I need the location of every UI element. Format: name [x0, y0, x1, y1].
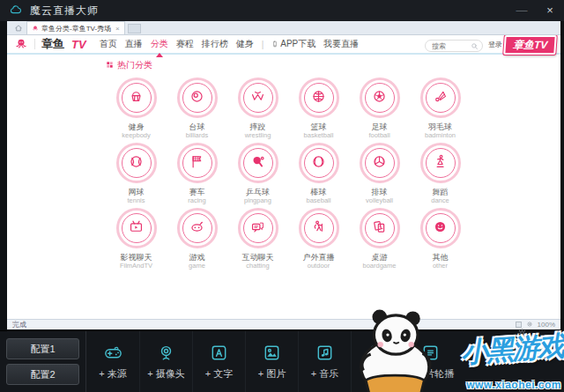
section-header: 热门分类 [106, 59, 560, 71]
nav-item-label: 首页 [100, 38, 117, 50]
nav-item[interactable]: 首页 [100, 38, 117, 50]
category-item[interactable]: 摔跤 wrestling [238, 78, 278, 139]
category-name: 健身 [129, 122, 145, 131]
category-item[interactable]: 赛车 racing [177, 143, 218, 204]
nav-item[interactable]: 直播 [125, 38, 143, 50]
category-item[interactable]: 排球 volleyball [360, 143, 400, 204]
pingpong-paddle-icon [249, 153, 266, 174]
tool-button[interactable]: + 摄像头 [139, 331, 192, 392]
nav-item[interactable]: 健身 [236, 38, 254, 50]
tool-button[interactable]: + 图片轮播 [404, 331, 456, 392]
cupcake-icon [128, 88, 145, 108]
site-logo-tv[interactable]: TV [71, 38, 86, 51]
config-button[interactable]: 配置1 [6, 338, 79, 359]
category-name: 羽毛球 [428, 122, 452, 131]
home-button[interactable] [11, 22, 26, 34]
tool-button[interactable]: + 文字 [192, 331, 245, 392]
tool-button[interactable]: + 窗口 [351, 331, 404, 392]
category-item[interactable]: 舞蹈 dance [420, 143, 461, 204]
section-title: 热门分类 [117, 59, 152, 71]
octopus-tv-badge: 章鱼TV [503, 35, 557, 55]
nav-item[interactable]: 排行榜 [202, 38, 228, 50]
football-icon [371, 88, 388, 108]
browser-tabbar: 章鱼分类-章鱼TV-秀场 × [7, 21, 560, 35]
search-icon[interactable] [471, 38, 479, 54]
status-text: 完成 [12, 320, 26, 329]
category-ring [299, 78, 339, 118]
category-ring [238, 208, 278, 248]
config-panel: 配置1 配置2 [0, 331, 86, 392]
nav-item[interactable]: | [262, 40, 264, 49]
search-box [425, 36, 483, 53]
category-ring [420, 78, 461, 118]
webcam-icon [156, 343, 176, 363]
category-item[interactable]: 桌游 boardgame [360, 208, 400, 270]
category-item[interactable]: 影视聊天 FilmAndTV [116, 208, 157, 270]
category-item[interactable]: 其他 other [420, 208, 461, 270]
category-name: 台球 [189, 122, 205, 131]
minimize-button[interactable]: — [508, 0, 536, 21]
nav-item-label: 分类 [151, 38, 168, 50]
zoom-level[interactable]: 100% [538, 321, 555, 329]
category-item[interactable]: 游戏 game [177, 208, 218, 270]
category-item[interactable]: 台球 billiards [177, 78, 218, 139]
tab-close-icon[interactable]: × [114, 25, 120, 33]
config-button[interactable]: 配置2 [6, 364, 79, 385]
octopus-favicon-icon [32, 25, 39, 32]
browser-statusbar: 完成 100% [7, 319, 560, 329]
site-header: 章鱼 TV 首页 直播 分类 赛程 [7, 35, 560, 55]
category-item[interactable]: 乒乓球 pingpang [238, 143, 278, 204]
category-name-en: volleyball [366, 197, 393, 204]
category-name-en: badminton [425, 132, 456, 139]
tab-title: 章鱼分类-章鱼TV-秀场 [41, 24, 111, 33]
category-item[interactable]: 户外直播 outdoor [299, 208, 339, 270]
category-name: 桌游 [372, 253, 388, 262]
category-name: 篮球 [311, 122, 327, 131]
category-ring [299, 208, 339, 248]
browser-tab[interactable]: 章鱼分类-章鱼TV-秀场 × [26, 21, 125, 34]
chat-bubbles-icon [249, 218, 266, 239]
nav-item[interactable]: 赛程 [176, 38, 194, 50]
category-ring [360, 143, 400, 183]
tool-button[interactable]: + 音乐 [298, 331, 351, 392]
nav-item[interactable]: 我要直播 [323, 38, 359, 50]
nav-item-label: 我要直播 [323, 38, 359, 50]
category-name-en: racing [188, 197, 205, 204]
category-ring [420, 143, 461, 183]
category-item[interactable]: 羽毛球 badminton [420, 78, 461, 139]
phone-icon [271, 40, 278, 49]
category-name-en: billiards [186, 132, 208, 139]
category-name: 舞蹈 [433, 188, 449, 196]
nav-item[interactable]: APP下载 [271, 38, 315, 50]
titlebar: 魔云直播大师 — × [0, 0, 564, 21]
category-name-en: dance [431, 197, 449, 204]
close-button[interactable]: × [536, 0, 564, 21]
gamepad-icon [103, 343, 123, 363]
tennis-icon [128, 153, 145, 174]
category-ring [116, 78, 157, 118]
category-name-en: chatting [246, 263, 269, 270]
tool-button[interactable]: + 图片 [245, 331, 298, 392]
category-item[interactable]: 棒球 baseball [299, 143, 339, 204]
wrestling-w-icon [249, 88, 266, 108]
site-logo-text[interactable]: 章鱼 [41, 36, 64, 52]
category-item[interactable]: 网球 tennis [116, 143, 157, 204]
nav-item[interactable]: 分类 [151, 38, 168, 50]
tool-button[interactable]: + 来源 [86, 331, 139, 392]
category-name: 赛车 [189, 188, 205, 196]
category-item[interactable]: 篮球 basketball [299, 78, 339, 139]
category-item[interactable]: 健身 keepbody [116, 78, 157, 139]
window-icon [367, 343, 388, 363]
category-grid: 健身 keepbody 台球 billiards [106, 78, 560, 270]
login-link[interactable]: 登录 [488, 40, 502, 49]
category-item[interactable]: 足球 football [360, 78, 400, 139]
category-name: 其他 [433, 253, 449, 262]
category-item[interactable]: 互动聊天 chatting [238, 208, 278, 270]
category-ring [420, 208, 461, 248]
home-icon [14, 20, 23, 36]
new-tab-button[interactable] [128, 24, 141, 33]
gear-icon [526, 321, 533, 329]
category-name-en: FilmAndTV [120, 263, 152, 270]
header-right: 登录 [425, 36, 502, 53]
embedded-browser: 章鱼分类-章鱼TV-秀场 × 章鱼 TV 首页 直播 [7, 21, 560, 329]
